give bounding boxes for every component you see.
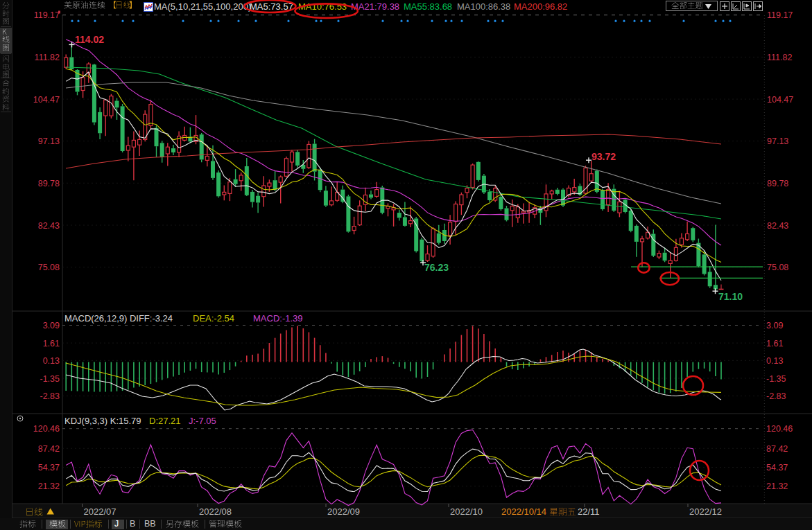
svg-text:2022/08: 2022/08 bbox=[199, 506, 232, 517]
svg-text:97.13: 97.13 bbox=[767, 136, 788, 146]
svg-text:21.32: 21.32 bbox=[38, 482, 60, 491]
svg-text:120.46: 120.46 bbox=[766, 424, 793, 434]
svg-text:MACD(26,12,9) DIFF:-3.24: MACD(26,12,9) DIFF:-3.24 bbox=[64, 313, 173, 324]
svg-text:119.17: 119.17 bbox=[34, 10, 60, 20]
svg-text:87.42: 87.42 bbox=[766, 444, 788, 454]
svg-text:-2.83: -2.83 bbox=[40, 391, 60, 401]
svg-text:2022/10: 2022/10 bbox=[450, 506, 483, 517]
svg-text:D:27.21: D:27.21 bbox=[149, 416, 181, 426]
svg-text:111.82: 111.82 bbox=[767, 53, 792, 62]
svg-text:104.47: 104.47 bbox=[767, 95, 793, 105]
svg-text:75.08: 75.08 bbox=[38, 263, 60, 272]
svg-text:0.13: 0.13 bbox=[43, 356, 60, 366]
svg-text:2022/09: 2022/09 bbox=[327, 506, 360, 517]
svg-text:2022/10/14: 2022/10/14 bbox=[501, 506, 546, 517]
svg-text:82.43: 82.43 bbox=[38, 221, 60, 231]
svg-text:0.13: 0.13 bbox=[766, 356, 783, 366]
svg-text:-1.35: -1.35 bbox=[766, 374, 786, 384]
svg-text:89.78: 89.78 bbox=[38, 179, 60, 188]
svg-text:KDJ(9,3,3) K:15.79: KDJ(9,3,3) K:15.79 bbox=[64, 416, 141, 426]
svg-text:87.42: 87.42 bbox=[38, 444, 60, 454]
svg-text:22/11: 22/11 bbox=[578, 506, 600, 517]
svg-text:76.23: 76.23 bbox=[424, 262, 449, 273]
svg-text:1.61: 1.61 bbox=[766, 339, 783, 348]
svg-text:54.37: 54.37 bbox=[766, 463, 788, 472]
svg-text:J:-7.05: J:-7.05 bbox=[189, 416, 216, 426]
svg-text:MACD:-1.39: MACD:-1.39 bbox=[253, 313, 303, 324]
svg-text:111.82: 111.82 bbox=[35, 53, 60, 62]
svg-text:97.13: 97.13 bbox=[38, 136, 60, 146]
svg-text:1.61: 1.61 bbox=[43, 339, 60, 348]
svg-text:89.78: 89.78 bbox=[767, 179, 788, 188]
svg-text:-2.83: -2.83 bbox=[766, 391, 786, 401]
svg-text:DEA:-2.54: DEA:-2.54 bbox=[193, 313, 234, 324]
svg-text:21.32: 21.32 bbox=[766, 482, 788, 491]
svg-text:54.37: 54.37 bbox=[38, 463, 60, 472]
svg-text:-1.35: -1.35 bbox=[40, 374, 60, 384]
svg-text:114.02: 114.02 bbox=[75, 34, 104, 45]
svg-text:93.72: 93.72 bbox=[591, 151, 616, 162]
svg-text:71.10: 71.10 bbox=[718, 291, 743, 302]
svg-text:3.09: 3.09 bbox=[43, 321, 60, 330]
svg-text:82.43: 82.43 bbox=[767, 221, 788, 231]
svg-text:104.47: 104.47 bbox=[33, 95, 60, 105]
svg-text:3.09: 3.09 bbox=[766, 321, 783, 330]
svg-text:120.46: 120.46 bbox=[33, 424, 60, 434]
svg-text:75.08: 75.08 bbox=[767, 263, 788, 272]
svg-text:2022/12: 2022/12 bbox=[689, 506, 722, 517]
svg-text:119.17: 119.17 bbox=[767, 10, 793, 20]
svg-text:2022/07: 2022/07 bbox=[84, 506, 116, 517]
